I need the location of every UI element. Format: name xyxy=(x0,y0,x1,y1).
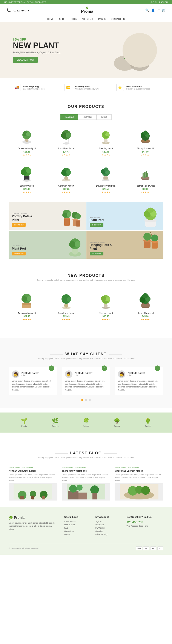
footer-account-wishlist[interactable]: My Wishlist xyxy=(95,527,120,529)
product-card: Doublefile Viburnum $20.57 ★★★★★ xyxy=(88,162,124,196)
main-nav: HOME SHOP BLOG ABOUT US PAGES CONTACT US xyxy=(0,16,172,22)
blog-post-image-2 xyxy=(62,483,110,500)
testimonial-text: Lorem ipsum dolor sit amet, conse adipis… xyxy=(118,380,160,391)
svg-point-122 xyxy=(77,484,83,490)
feature-shipping: 🚚 Free Shipping Capped at $199 per order xyxy=(8,84,60,91)
footer-account-shipping[interactable]: Shipping xyxy=(95,530,120,532)
testimonial-dots xyxy=(8,398,164,402)
services-sub: Friendly & Supper Services xyxy=(126,88,150,90)
banner-pottery-cta[interactable]: SHOP NOW xyxy=(12,223,26,227)
wishlist-icon[interactable]: ♡ xyxy=(157,8,160,12)
footer-account-cart[interactable]: View Cart xyxy=(95,524,120,526)
natural-icon: 🍀 xyxy=(83,418,89,424)
svg-point-41 xyxy=(26,168,31,173)
stat-cactus-label: Cactus xyxy=(145,425,151,427)
banner-hanging-cta[interactable]: SHOP NOW xyxy=(90,252,103,256)
products-section-header: OUR PRODUCTS xyxy=(0,97,172,112)
nav-about[interactable]: ABOUT US xyxy=(82,18,93,20)
hero-text: 65% OFF NEW PLANT Pronia, With 100% Natu… xyxy=(13,38,61,63)
blog-grid: 25 APRIL 2021 · 20 APRIL 2021 Aenean Vul… xyxy=(8,466,164,500)
footer-address: Your Address Goes Here xyxy=(126,525,164,527)
banner-hanging-image xyxy=(139,232,162,259)
cart-icon[interactable]: 🛒 xyxy=(162,8,166,12)
product-name: Butterfly Weed xyxy=(11,185,43,187)
footer-account-list: Sign In View Cart My Wishlist Shipping P… xyxy=(95,520,120,536)
footer-link-login[interactable]: Log In xyxy=(64,533,89,536)
user-icon[interactable]: 👤 xyxy=(151,8,155,12)
product-rating: ★★★★★ xyxy=(129,191,161,193)
nav-contact[interactable]: CONTACT US xyxy=(111,18,125,20)
products-grid: American Marigold $13.45 ★★★★★ Black Eye… xyxy=(0,124,172,202)
quote-icon: " xyxy=(49,366,54,371)
footer-brand-col: 🌿 Pronia Lorem ipsum dolor sit amet, con… xyxy=(8,516,58,536)
hero-cta-button[interactable]: DISCOVER NOW xyxy=(13,57,38,63)
new-product-image xyxy=(11,291,43,310)
product-tabs: Featured Bestseller Latest xyxy=(0,114,172,120)
tab-bestseller[interactable]: Bestseller xyxy=(78,114,96,120)
banner-plant-port-2-title: Plant Port xyxy=(12,247,26,250)
hero-section: 65% OFF NEW PLANT Pronia, With 100% Natu… xyxy=(0,22,172,78)
stat-garden-label: Garden xyxy=(114,425,120,427)
search-icon[interactable]: 🔍 xyxy=(145,8,149,12)
svg-point-68 xyxy=(76,220,81,221)
blog-card-2: 25 APRIL 2021 · 25 APRIL 2021 There Many… xyxy=(62,466,110,500)
new-product-price: $30.45 xyxy=(90,315,122,318)
nav-pages[interactable]: PAGES xyxy=(98,18,105,20)
product-name: American Marigold xyxy=(11,147,43,150)
banner-hanging-text: Collection Of Cactus Hanging Pots &Plant… xyxy=(90,241,112,256)
product-card: Black Eyed Susan $25.43 ★★★★★ xyxy=(48,124,85,158)
stat-plants: 🌱 Plants xyxy=(21,418,27,427)
dot-3[interactable] xyxy=(89,399,91,401)
footer-phone[interactable]: 123 456 789 xyxy=(126,520,164,524)
new-product-rating: ★★★★★ xyxy=(129,318,161,320)
logo[interactable]: 🌿 Pronia xyxy=(81,6,93,14)
blog-header: LATEST BLOG Contrary to popular belief, … xyxy=(8,443,164,462)
services-icon: ⭐ xyxy=(116,84,124,91)
nav-blog[interactable]: BLOG xyxy=(71,18,77,20)
new-product-card: American Marigold $21.45 ★★★★★ xyxy=(8,289,45,323)
footer-link-faq[interactable]: FAQ xyxy=(64,527,89,529)
mc-icon: MC xyxy=(143,546,149,550)
reviewer-name: PHOENIX BAKER xyxy=(21,372,39,374)
svg-rect-43 xyxy=(64,176,68,180)
product-image xyxy=(50,126,82,146)
svg-point-105 xyxy=(103,301,109,303)
quote-icon: " xyxy=(102,366,107,371)
footer-grid: 🌿 Pronia Lorem ipsum dolor sit amet, con… xyxy=(8,516,164,536)
footer-link-drop[interactable]: How to drop xyxy=(64,524,89,526)
svg-point-40 xyxy=(21,169,27,175)
nav-home[interactable]: HOME xyxy=(47,18,54,20)
product-image xyxy=(50,164,82,183)
dot-1[interactable] xyxy=(81,399,83,401)
feature-services: ⭐ Best Services Friendly & Supper Servic… xyxy=(112,84,164,91)
paypal-icon: PP xyxy=(150,546,156,550)
banner-hanging-title: Hanging Pots &Plant xyxy=(90,243,112,250)
product-image xyxy=(90,126,122,146)
product-card: Common Yarrow $32.25 ★★★★★ xyxy=(48,162,85,196)
dot-2[interactable] xyxy=(85,399,87,401)
hero-title: NEW PLANT xyxy=(13,41,61,50)
banner-plant-port-2-cta[interactable]: SHOP NOW xyxy=(12,252,26,256)
footer-account-signin[interactable]: Sign In xyxy=(95,520,120,522)
new-product-card: Bleeding Heart $30.45 ★★★★☆ xyxy=(88,289,124,323)
svg-rect-26 xyxy=(104,138,107,143)
payment-sub: With our payment gateways xyxy=(75,88,98,90)
footer-link-contact[interactable]: Contact us xyxy=(64,530,89,532)
product-price: $25.43 xyxy=(50,150,82,153)
svg-point-94 xyxy=(27,296,31,301)
banner-pottery-text: Collection Of Cactus Pottery Pots &Plant… xyxy=(12,212,32,227)
organic-icon: 🌿 xyxy=(52,418,59,424)
banner-plant-port-cta[interactable]: SHOP NOW xyxy=(90,223,103,227)
tab-latest[interactable]: Latest xyxy=(96,114,111,120)
nav-shop[interactable]: SHOP xyxy=(59,18,65,20)
garden-icon: 🌳 xyxy=(114,418,120,424)
tab-featured[interactable]: Featured xyxy=(60,114,78,120)
footer-account-privacy[interactable]: Privacy Policy xyxy=(95,533,120,536)
svg-point-124 xyxy=(90,486,99,494)
blog-card-1: 25 APRIL 2021 · 20 APRIL 2021 Aenean Vul… xyxy=(8,466,57,500)
footer-link-about[interactable]: About Pronia xyxy=(64,520,89,522)
footer-links-col: Useful Links About Pronia How to drop FA… xyxy=(64,516,89,536)
product-rating: ★★★★★ xyxy=(11,154,43,156)
top-bar-actions: LOG IN ENGLISH xyxy=(150,1,168,3)
svg-point-121 xyxy=(69,485,77,492)
